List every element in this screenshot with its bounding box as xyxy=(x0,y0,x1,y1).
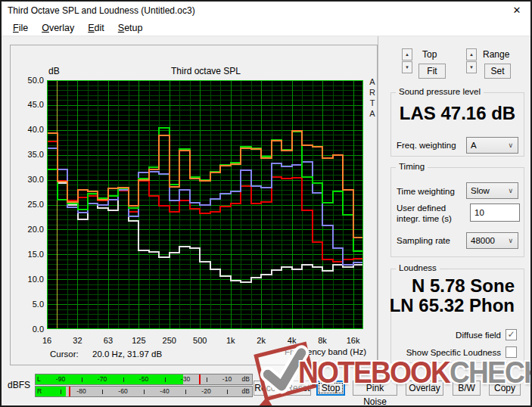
y-axis-tick-label: 50.0 xyxy=(18,76,44,85)
x-axis-title: Frequency band (Hz) xyxy=(285,347,366,356)
meter-channel-label: R xyxy=(37,387,42,395)
x-axis-tick-label: 125 xyxy=(132,336,145,345)
meter-scale-label: -60 xyxy=(118,387,127,395)
y-axis-tick-label: 45.0 xyxy=(18,100,44,109)
panel-divider xyxy=(378,36,378,372)
y-axis-unit-label: dB xyxy=(48,66,60,76)
spl-value: LAS 47.16 dB xyxy=(391,103,524,124)
y-axis-tick-label: 30.0 xyxy=(18,175,44,184)
time-weighting-label: Time weighting xyxy=(397,187,455,196)
title-bar: Third Octave SPL and Loudness (Untitled.… xyxy=(2,2,530,20)
menu-bar: FileOverlayEditSetup xyxy=(2,20,530,36)
chart-title: Third octave SPL xyxy=(115,66,297,76)
spl-plot[interactable] xyxy=(47,80,363,329)
chevron-down-icon: ∨ xyxy=(508,138,513,153)
range-spinner[interactable]: ▲ ▼ xyxy=(466,48,477,73)
window-title: Third Octave SPL and Loudness (Untitled.… xyxy=(8,5,195,16)
fit-button[interactable]: Fit xyxy=(418,64,446,79)
x-axis-tick-label: 2k xyxy=(257,336,266,345)
meter-scale-label: -40 xyxy=(160,387,169,395)
menu-item-edit[interactable]: Edit xyxy=(81,20,111,36)
chevron-down-icon: ∨ xyxy=(508,183,513,198)
chevron-down-icon: ∨ xyxy=(508,233,513,248)
level-meter-r: R-80-60-40-20dB xyxy=(35,386,253,397)
meter-scale-label: -30 xyxy=(181,375,190,383)
menu-item-overlay[interactable]: Overlay xyxy=(35,20,81,36)
x-axis-tick-label: 16 xyxy=(42,336,51,345)
cursor-readout-value: 20.0 Hz, 31.97 dB xyxy=(92,350,162,359)
level-meter-block: L-90-70-50-30-10dBR-80-60-40-20dB xyxy=(35,374,253,398)
stop-button[interactable]: Stop xyxy=(316,381,345,396)
loudness-group-title: Loudness xyxy=(396,263,440,272)
x-axis-tick-label: 500 xyxy=(193,336,207,345)
series-red xyxy=(47,141,363,262)
y-axis-tick-label: 10.0 xyxy=(18,275,44,284)
record-reset-button[interactable]: Record/Reset xyxy=(254,381,311,396)
spin-down-icon[interactable]: ▼ xyxy=(466,61,477,73)
diffuse-field-label: Diffuse field xyxy=(390,331,501,340)
x-axis-tick-label: 16k xyxy=(347,336,360,345)
spin-up-icon[interactable]: ▲ xyxy=(402,48,412,61)
time-weighting-value: Slow xyxy=(471,186,490,195)
range-label: Range xyxy=(483,49,509,60)
show-specific-loudness-checkbox[interactable] xyxy=(506,346,517,358)
y-axis-tick-label: 20.0 xyxy=(18,225,44,234)
menu-item-setup[interactable]: Setup xyxy=(111,20,150,36)
freq-weighting-label: Freq. weighting xyxy=(397,141,456,150)
x-axis-tick-label: 1k xyxy=(226,336,235,345)
integr-time-input[interactable]: 10 xyxy=(470,204,520,222)
y-axis-tick-label: 15.0 xyxy=(18,250,44,259)
freq-weighting-value: A xyxy=(471,141,477,150)
meter-scale-tick xyxy=(165,377,166,382)
menu-item-file[interactable]: File xyxy=(6,20,35,36)
overlay-button[interactable]: Overlay xyxy=(406,381,443,396)
timing-group-title: Timing xyxy=(396,162,428,171)
meter-scale-tick xyxy=(144,390,145,394)
meter-peak-marker xyxy=(69,387,70,396)
arta-letter: R xyxy=(367,87,378,98)
y-axis-tick-label: 5.0 xyxy=(18,300,44,309)
loudness-sone-value: N 5.78 Sone xyxy=(412,275,515,297)
time-weighting-combo[interactable]: Slow ∨ xyxy=(466,182,518,199)
diffuse-field-checkbox[interactable]: ✓ xyxy=(506,329,517,340)
show-specific-loudness-label: Show Specific Loudness xyxy=(390,348,501,357)
arta-letter: T xyxy=(367,98,378,108)
close-icon[interactable]: ✕ xyxy=(509,4,524,17)
meter-scale-tick xyxy=(227,390,228,394)
meter-peak-marker xyxy=(199,374,201,384)
top-label: Top xyxy=(422,49,437,60)
meter-scale-label: -90 xyxy=(56,375,65,383)
spin-down-icon[interactable]: ▼ xyxy=(402,61,412,73)
level-meter-l: L-90-70-50-30-10dB xyxy=(35,374,253,385)
meter-scale-tick xyxy=(123,377,124,382)
y-axis-tick-label: 35.0 xyxy=(18,150,44,159)
x-axis-tick-label: 32 xyxy=(73,336,82,345)
cursor-readout-label: Cursor: xyxy=(50,350,79,359)
meter-scale-label: -50 xyxy=(139,375,148,383)
sampling-rate-value: 48000 xyxy=(471,236,495,245)
x-axis-tick-label: 8k xyxy=(318,336,327,345)
meter-scale-label: -70 xyxy=(98,375,107,383)
b-w-button[interactable]: B/W xyxy=(453,381,481,396)
meter-scale-tick xyxy=(61,390,61,394)
arta-spl-window: Third Octave SPL and Loudness (Untitled.… xyxy=(0,0,532,407)
meter-scale-tick xyxy=(207,377,207,382)
y-axis-tick-label: 40.0 xyxy=(18,125,44,134)
meter-scale-tick xyxy=(82,377,82,382)
sampling-rate-combo[interactable]: 48000 ∨ xyxy=(466,232,518,249)
x-axis-tick-label: 4k xyxy=(288,336,297,345)
copy-button[interactable]: Copy xyxy=(489,381,521,396)
x-axis-tick-label: 250 xyxy=(163,336,176,345)
spin-up-icon[interactable]: ▲ xyxy=(466,48,477,61)
meter-scale-label: -10 xyxy=(222,375,232,383)
top-spinner[interactable]: ▲ ▼ xyxy=(402,48,412,73)
set-button[interactable]: Set xyxy=(484,64,511,79)
pink-noise-button[interactable]: Pink Noise xyxy=(353,381,397,396)
meter-unit-label: dB xyxy=(242,375,250,383)
integr-time-label-line2: integr. time (s) xyxy=(397,214,452,223)
arta-letter: A xyxy=(367,108,378,119)
y-axis-tick-label: 0.0 xyxy=(18,325,44,334)
meter-scale-label: -20 xyxy=(201,387,210,395)
freq-weighting-combo[interactable]: A ∨ xyxy=(466,137,518,154)
loudness-phon-value: LN 65.32 Phon xyxy=(390,295,515,316)
